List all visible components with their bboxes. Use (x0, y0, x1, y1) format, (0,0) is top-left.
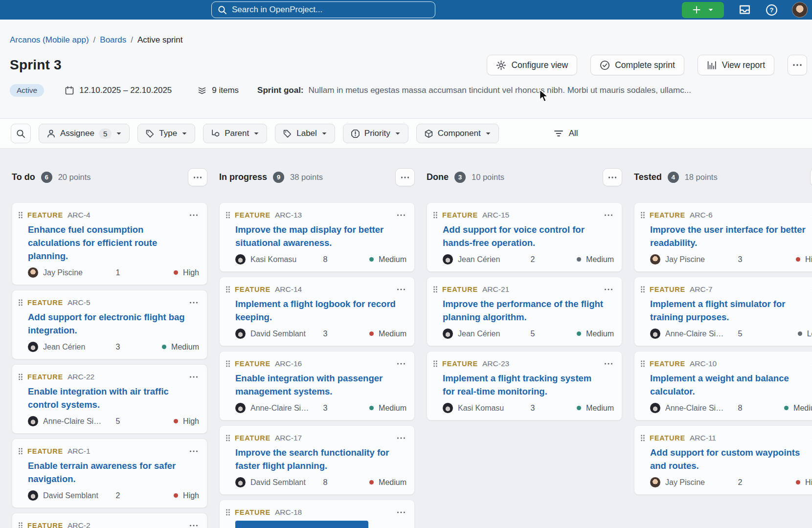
card-title-link[interactable]: Enable terrain awareness for safer navig… (28, 459, 189, 485)
card-title-link[interactable]: Add support for voice control for hands-… (443, 223, 604, 249)
drag-handle-icon[interactable] (18, 447, 23, 455)
work-package-card[interactable]: FEATURE ARC-4 Enhance fuel consumption c… (12, 202, 207, 285)
card-menu-button[interactable] (396, 361, 406, 366)
card-type-label: FEATURE (650, 286, 685, 293)
work-package-card[interactable]: FEATURE ARC-14 Implement a flight logboo… (219, 277, 415, 346)
work-package-card[interactable]: FEATURE ARC-13 Improve the map display f… (219, 202, 415, 272)
view-report-button[interactable]: View report (698, 55, 774, 75)
story-points: 8 (727, 404, 753, 413)
card-title-link[interactable]: Improve the map display for better situa… (235, 223, 397, 249)
work-package-card[interactable]: FEATURE ARC-6 Improve the user interface… (634, 202, 812, 272)
complete-sprint-button[interactable]: Complete sprint (590, 55, 684, 75)
card-menu-button[interactable] (603, 361, 614, 366)
filter-assignee-button[interactable]: Assignee 5 (39, 124, 130, 143)
priority-label: Medium (379, 255, 406, 264)
assignee-avatar (28, 342, 38, 352)
card-title-link[interactable]: Implement a flight tracking system for r… (443, 372, 604, 398)
card-title-link[interactable]: Implement a weight and balance calculato… (650, 372, 812, 398)
filter-parent-button[interactable]: Parent (203, 124, 267, 143)
drag-handle-icon[interactable] (18, 373, 23, 381)
filter-label-button[interactable]: Label (275, 124, 335, 143)
card-menu-button[interactable] (396, 213, 406, 218)
card-title-link[interactable]: Add support for electronic flight bag in… (28, 310, 189, 337)
drag-handle-icon[interactable] (640, 286, 645, 293)
assignee: Anne-Claire Sigg... (650, 329, 727, 339)
column-menu-button[interactable] (603, 168, 622, 186)
user-avatar[interactable] (792, 2, 808, 18)
assignee-avatar (235, 403, 246, 413)
card-menu-button[interactable] (188, 374, 199, 379)
work-package-card[interactable]: FEATURE ARC-22 Enable integration with a… (12, 364, 207, 434)
work-package-card[interactable]: FEATURE ARC-16 Enable integration with p… (219, 351, 415, 420)
work-package-card[interactable]: FEATURE ARC-21 Improve the performance o… (427, 277, 622, 346)
card-menu-button[interactable] (396, 436, 406, 440)
card-title-link[interactable]: Enhance fuel consumption calculations fo… (28, 223, 189, 263)
drag-handle-icon[interactable] (433, 360, 438, 368)
assignee: Jean Cérien (28, 342, 105, 352)
ellipsis-icon (189, 375, 198, 378)
drag-handle-icon[interactable] (433, 211, 438, 219)
top-navigation-bar: Search in OpenProject... ? (0, 0, 812, 20)
breadcrumb-project-link[interactable]: Arcanos (Mobile app) (10, 35, 89, 45)
drag-handle-icon[interactable] (18, 211, 23, 219)
work-package-card[interactable]: FEATURE ARC-15 Add support for voice con… (427, 202, 622, 272)
work-package-card[interactable]: FEATURE ARC-7 Implement a flight simulat… (634, 277, 812, 346)
header-more-button[interactable] (788, 55, 807, 75)
filter-search-button[interactable] (11, 124, 31, 143)
card-title-link[interactable]: Add support for custom waypoints and rou… (650, 446, 812, 472)
drag-handle-icon[interactable] (640, 360, 645, 368)
drag-handle-icon[interactable] (226, 286, 230, 293)
filter-priority-button[interactable]: Priority (343, 124, 408, 143)
card-menu-button[interactable] (188, 213, 199, 218)
drag-handle-icon[interactable] (18, 299, 23, 307)
card-menu-button[interactable] (603, 213, 614, 218)
notifications-inbox-button[interactable] (738, 4, 751, 16)
card-menu-button[interactable] (188, 449, 199, 454)
assignee-name: David Semblant (43, 491, 98, 500)
priority-label: High (183, 491, 199, 500)
filter-type-button[interactable]: Type (137, 124, 195, 143)
work-package-card[interactable]: FEATURE ARC-5 Add support for electronic… (12, 290, 207, 359)
work-package-card[interactable]: FEATURE ARC-18 (219, 500, 415, 528)
quick-add-button[interactable] (682, 2, 724, 18)
card-title-clipped (235, 521, 368, 528)
filter-component-button[interactable]: Component (416, 124, 499, 143)
card-title-link[interactable]: Implement a flight simulator for trainin… (650, 297, 812, 324)
ellipsis-icon (604, 214, 613, 217)
drag-handle-icon[interactable] (226, 211, 230, 219)
card-title-link[interactable]: Improve the performance of the flight pl… (443, 297, 604, 324)
column-menu-button[interactable] (810, 168, 812, 186)
card-title-link[interactable]: Enable integration with passenger manage… (235, 372, 397, 398)
work-package-card[interactable]: FEATURE ARC-11 Add support for custom wa… (634, 425, 812, 495)
card-menu-button[interactable] (396, 510, 406, 515)
column-menu-button[interactable] (395, 168, 415, 186)
filter-all-toggle[interactable]: All (554, 129, 578, 138)
card-title-link[interactable]: Implement a flight logbook for record ke… (235, 297, 397, 324)
column-menu-button[interactable] (188, 168, 207, 186)
global-search-input[interactable]: Search in OpenProject... (211, 1, 435, 18)
work-package-card[interactable]: FEATURE ARC-17 Improve the search functi… (219, 425, 415, 495)
help-button[interactable]: ? (766, 4, 778, 16)
card-menu-button[interactable] (603, 287, 614, 292)
column-cards: FEATURE ARC-6 Improve the user interface… (634, 202, 812, 495)
card-menu-button[interactable] (188, 300, 199, 305)
configure-view-button[interactable]: Configure view (487, 55, 577, 75)
chevron-down-icon (253, 132, 259, 135)
drag-handle-icon[interactable] (640, 434, 645, 442)
work-package-card[interactable]: FEATURE ARC-10 Implement a weight and ba… (634, 351, 812, 420)
card-title-link[interactable]: Enable integration with air traffic cont… (28, 385, 189, 411)
work-package-card[interactable]: FEATURE ARC-23 Implement a flight tracki… (427, 351, 622, 420)
drag-handle-icon[interactable] (640, 211, 645, 219)
drag-handle-icon[interactable] (226, 434, 230, 442)
drag-handle-icon[interactable] (226, 508, 230, 516)
card-menu-button[interactable] (396, 287, 406, 292)
drag-handle-icon[interactable] (433, 286, 438, 293)
card-menu-button[interactable] (188, 523, 199, 528)
drag-handle-icon[interactable] (18, 522, 23, 528)
work-package-card[interactable]: FEATURE ARC-2 (12, 513, 207, 528)
drag-handle-icon[interactable] (226, 360, 230, 368)
card-title-link[interactable]: Improve the user interface for better re… (650, 223, 812, 249)
card-title-link[interactable]: Improve the search functionality for fas… (235, 446, 397, 472)
breadcrumb-boards-link[interactable]: Boards (100, 35, 126, 45)
work-package-card[interactable]: FEATURE ARC-1 Enable terrain awareness f… (12, 439, 207, 508)
